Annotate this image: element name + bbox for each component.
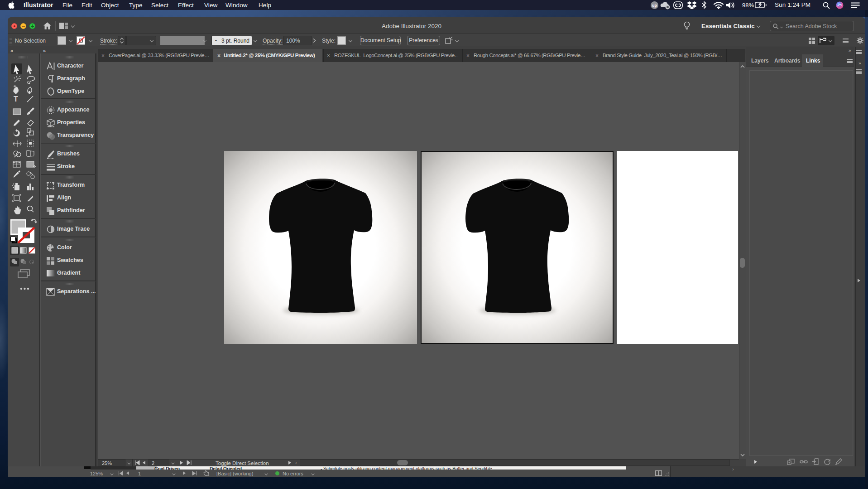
svg-text:up: up (652, 3, 657, 8)
svg-text:T: T (14, 95, 18, 103)
